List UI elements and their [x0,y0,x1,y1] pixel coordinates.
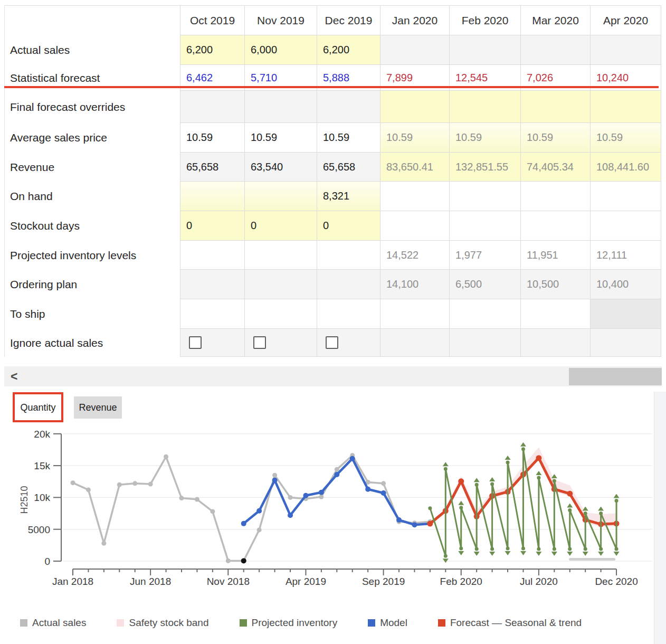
table-cell-r3-c1[interactable]: 10.59 [245,123,317,153]
data-point [599,512,603,515]
table-cell-r6-c5[interactable] [521,211,591,241]
table-cell-r3-c6[interactable]: 10.59 [591,123,661,153]
data-point [334,472,339,477]
data-point [288,495,293,500]
arrow-up-marker [474,478,480,482]
table-cell-r0-c0[interactable]: 6,200 [180,35,245,65]
table-cell-r3-c2[interactable]: 10.59 [317,123,380,153]
table-cell-r9-c1[interactable] [245,299,317,329]
table-cell-r9-c6[interactable] [591,299,661,329]
table-cell-r7-c6[interactable]: 12,111 [591,241,661,270]
table-cell-r10-c1[interactable] [245,329,317,357]
x-tick-label: Feb 2020 [440,576,482,587]
table-cell-r7-c1[interactable] [245,241,317,270]
table-cell-r9-c4[interactable] [450,299,521,329]
table-cell-r8-c6[interactable]: 10,400 [591,270,661,299]
table-cell-r3-c4[interactable]: 10.59 [450,123,521,153]
table-cell-r6-c4[interactable] [450,211,521,241]
horizontal-scrollbar-thumb[interactable] [569,368,662,385]
chart-legend: Actual salesSafety stock bandProjected i… [20,613,582,632]
table-cell-r9-c0[interactable] [180,299,245,329]
table-cell-r0-c5[interactable] [521,35,591,65]
table-cell-r8-c2[interactable] [317,270,380,299]
table-cell-r4-c1[interactable]: 63,540 [245,153,317,182]
table-cell-r2-c2[interactable] [317,91,380,123]
table-cell-r10-c4[interactable] [450,329,521,357]
table-cell-r8-c0[interactable] [180,270,245,299]
data-point [381,490,386,496]
table-cell-r4-c2[interactable]: 65,658 [317,153,380,182]
table-cell-r3-c3[interactable]: 10.59 [380,123,450,153]
column-header-dec-2019: Dec 2019 [317,6,380,35]
legend-item-model[interactable]: Model [368,617,407,629]
legend-item-forecast-seasonal-trend[interactable]: Forecast — Seasonal & trend [438,617,582,629]
table-cell-r8-c3[interactable]: 14,100 [380,270,450,299]
table-cell-r3-c0[interactable]: 10.59 [180,123,245,153]
table-cell-r9-c5[interactable] [521,299,591,329]
table-cell-r5-c5[interactable] [521,182,591,211]
table-cell-r6-c6[interactable] [591,211,661,241]
table-cell-r4-c0[interactable]: 65,658 [180,153,245,182]
table-cell-r8-c4[interactable]: 6,500 [450,270,521,299]
table-cell-r10-c6[interactable] [591,329,661,357]
ignore-actual-sales-checkbox[interactable] [253,336,266,349]
table-cell-r7-c5[interactable]: 11,951 [521,241,591,270]
table-cell-r0-c2[interactable]: 6,200 [317,35,380,65]
table-cell-r5-c3[interactable] [380,182,450,211]
table-cell-r9-c2[interactable] [317,299,380,329]
table-cell-r0-c6[interactable] [591,35,661,65]
data-point [567,491,573,497]
ignore-actual-sales-checkbox[interactable] [189,336,202,349]
table-cell-r6-c2[interactable]: 0 [317,211,380,241]
arrow-down-marker [598,552,604,556]
data-point [272,478,278,483]
legend-swatch [117,619,124,627]
data-point [381,481,386,486]
legend-item-safety-stock-band[interactable]: Safety stock band [117,617,208,629]
table-cell-r7-c3[interactable]: 14,522 [380,241,450,270]
table-cell-r2-c3[interactable] [380,91,450,123]
table-cell-r8-c1[interactable] [245,270,317,299]
chart-scrollbar-thumb[interactable] [569,558,615,561]
data-point [335,467,339,472]
table-cell-r2-c6[interactable] [591,91,661,123]
table-cell-r2-c1[interactable] [245,91,317,123]
legend-item-projected-inventory[interactable]: Projected inventory [240,617,338,629]
table-cell-r2-c5[interactable] [521,91,591,123]
tab-quantity[interactable]: Quantity [15,396,61,419]
table-cell-r0-c4[interactable] [450,35,521,65]
arrow-up-marker [598,507,604,511]
table-cell-r6-c1[interactable]: 0 [245,211,317,241]
table-cell-r3-c5[interactable]: 10.59 [521,123,591,153]
collapse-panel-button[interactable]: < [11,366,17,386]
table-cell-r4-c4[interactable]: 132,851.55 [450,153,521,182]
data-point [164,454,168,459]
table-cell-r6-c0[interactable]: 0 [180,211,245,241]
table-cell-r4-c6[interactable]: 108,441.60 [591,153,661,182]
data-point [475,547,479,551]
table-cell-r0-c1[interactable]: 6,000 [245,35,317,65]
table-cell-r5-c1[interactable] [245,182,317,211]
table-cell-r4-c3[interactable]: 83,650.41 [380,153,450,182]
table-cell-r5-c4[interactable] [450,182,521,211]
table-cell-r5-c2[interactable]: 8,321 [317,182,380,211]
table-cell-r10-c2[interactable] [317,329,380,357]
table-cell-r5-c0[interactable] [180,182,245,211]
table-cell-r6-c3[interactable] [380,211,450,241]
table-cell-r2-c0[interactable] [180,91,245,123]
table-cell-r8-c5[interactable]: 10,500 [521,270,591,299]
table-cell-r10-c0[interactable] [180,329,245,357]
table-cell-r7-c4[interactable]: 1,977 [450,241,521,270]
table-cell-r2-c4[interactable] [450,91,521,123]
table-cell-r10-c5[interactable] [521,329,591,357]
tab-revenue[interactable]: Revenue [74,396,122,419]
table-cell-r7-c2[interactable] [317,241,380,270]
table-cell-r7-c0[interactable] [180,241,245,270]
legend-item-actual-sales[interactable]: Actual sales [20,617,86,629]
ignore-actual-sales-checkbox[interactable] [326,336,338,349]
table-cell-r4-c5[interactable]: 74,405.34 [521,153,591,182]
table-cell-r5-c6[interactable] [591,182,661,211]
table-cell-r0-c3[interactable] [380,35,450,65]
table-cell-r9-c3[interactable] [380,299,450,329]
table-cell-r10-c3[interactable] [380,329,450,357]
